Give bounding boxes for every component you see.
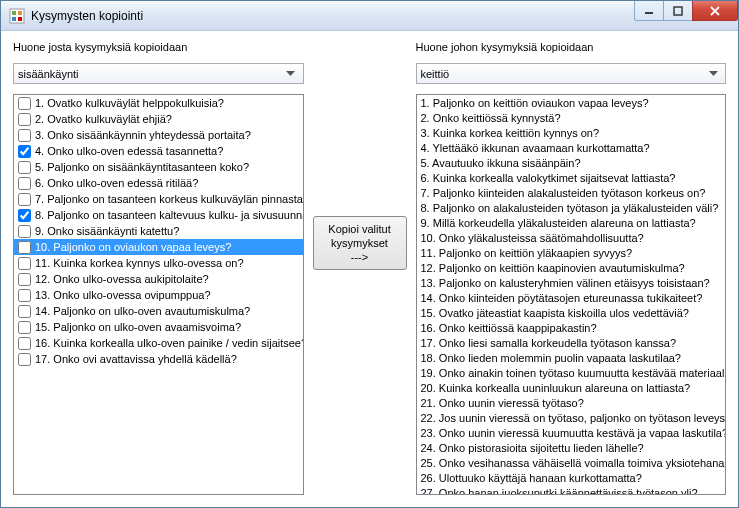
list-item[interactable]: 22. Jos uunin vieressä on työtaso, paljo…: [417, 410, 726, 425]
item-checkbox[interactable]: [18, 337, 31, 350]
list-item[interactable]: 4. Ylettääkö ikkunan avaamaan kurkottama…: [417, 140, 726, 155]
source-room-value: sisäänkäynti: [18, 68, 79, 80]
item-checkbox[interactable]: [18, 161, 31, 174]
list-item[interactable]: 12. Paljonko on keittiön kaapinovien ava…: [417, 260, 726, 275]
list-item[interactable]: 3. Onko sisäänkäynnin yhteydessä portait…: [14, 127, 303, 143]
list-item[interactable]: 13. Paljonko on kalusteryhmien välinen e…: [417, 275, 726, 290]
list-item[interactable]: 13. Onko ulko-ovessa ovipumppua?: [14, 287, 303, 303]
item-label: 5. Paljonko on sisäänkäyntitasanteen kok…: [35, 161, 249, 173]
list-item[interactable]: 21. Onko uunin vieressä työtaso?: [417, 395, 726, 410]
item-checkbox[interactable]: [18, 113, 31, 126]
list-item[interactable]: 10. Onko yläkalusteissa säätömahdollisuu…: [417, 230, 726, 245]
list-item[interactable]: 5. Avautuuko ikkuna sisäänpäin?: [417, 155, 726, 170]
list-item[interactable]: 16. Kuinka korkealla ulko-oven painike /…: [14, 335, 303, 351]
list-item[interactable]: 11. Paljonko on keittiön yläkaapien syvy…: [417, 245, 726, 260]
item-checkbox[interactable]: [18, 145, 31, 158]
copy-selected-button[interactable]: Kopioi valitut kysymykset --->: [313, 216, 407, 270]
target-column: Huone johon kysymyksiä kopioidaan keitti…: [416, 41, 727, 495]
list-item[interactable]: 10. Paljonko on oviaukon vapaa leveys?: [14, 239, 303, 255]
target-room-value: keittiö: [421, 68, 450, 80]
maximize-button[interactable]: [663, 1, 693, 21]
item-label: 10. Paljonko on oviaukon vapaa leveys?: [35, 241, 231, 253]
item-checkbox[interactable]: [18, 289, 31, 302]
list-item[interactable]: 7. Paljonko kiinteiden alakalusteiden ty…: [417, 185, 726, 200]
list-item[interactable]: 5. Paljonko on sisäänkäyntitasanteen kok…: [14, 159, 303, 175]
list-item[interactable]: 26. Ulottuuko käyttäjä hanaan kurkottama…: [417, 470, 726, 485]
item-checkbox[interactable]: [18, 225, 31, 238]
list-item[interactable]: 17. Onko ovi avattavissa yhdellä kädellä…: [14, 351, 303, 367]
list-item[interactable]: 15. Paljonko on ulko-oven avaamisvoima?: [14, 319, 303, 335]
list-item[interactable]: 8. Paljonko on tasanteen kaltevuus kulku…: [14, 207, 303, 223]
list-item[interactable]: 14. Paljonko on ulko-oven avautumiskulma…: [14, 303, 303, 319]
item-label: 17. Onko ovi avattavissa yhdellä kädellä…: [35, 353, 237, 365]
list-item[interactable]: 24. Onko pistorasioita sijoitettu lieden…: [417, 440, 726, 455]
list-item[interactable]: 2. Ovatko kulkuväylät ehjiä?: [14, 111, 303, 127]
item-checkbox[interactable]: [18, 257, 31, 270]
item-label: 1. Ovatko kulkuväylät helppokulkuisia?: [35, 97, 224, 109]
item-checkbox[interactable]: [18, 177, 31, 190]
list-item[interactable]: 16. Onko keittiössä kaappipakastin?: [417, 320, 726, 335]
list-item[interactable]: 1. Ovatko kulkuväylät helppokulkuisia?: [14, 95, 303, 111]
window-root: Kysymysten kopiointi Huone josta kysymyk…: [0, 0, 739, 508]
chevron-down-icon: [283, 66, 299, 82]
list-item[interactable]: 11. Kuinka korkea kynnys ulko-ovessa on?: [14, 255, 303, 271]
chevron-down-icon: [705, 66, 721, 82]
list-item[interactable]: 7. Paljonko on tasanteen korkeus kulkuvä…: [14, 191, 303, 207]
target-heading: Huone johon kysymyksiä kopioidaan: [416, 41, 727, 53]
list-item[interactable]: 9. Onko sisäänkäynti katettu?: [14, 223, 303, 239]
item-label: 4. Onko ulko-oven edessä tasannetta?: [35, 145, 223, 157]
item-checkbox[interactable]: [18, 129, 31, 142]
list-item[interactable]: 6. Kuinka korkealla valokytkimet sijaits…: [417, 170, 726, 185]
item-checkbox[interactable]: [18, 193, 31, 206]
source-listbox[interactable]: 1. Ovatko kulkuväylät helppokulkuisia?2.…: [13, 94, 304, 495]
content-area: Huone josta kysymyksiä kopioidaan sisään…: [1, 31, 738, 507]
source-room-combo[interactable]: sisäänkäynti: [13, 63, 304, 84]
target-room-combo[interactable]: keittiö: [416, 63, 727, 84]
list-item[interactable]: 25. Onko vesihanassa vähäisellä voimalla…: [417, 455, 726, 470]
list-item[interactable]: 27. Onko hanan juoksuputki käännettäviss…: [417, 485, 726, 494]
item-label: 15. Paljonko on ulko-oven avaamisvoima?: [35, 321, 241, 333]
source-heading: Huone josta kysymyksiä kopioidaan: [13, 41, 304, 53]
svg-rect-5: [645, 12, 653, 14]
list-item[interactable]: 14. Onko kiinteiden pöytätasojen etureun…: [417, 290, 726, 305]
svg-rect-4: [18, 17, 22, 21]
list-item[interactable]: 8. Paljonko on alakalusteiden työtason j…: [417, 200, 726, 215]
item-label: 8. Paljonko on tasanteen kaltevuus kulku…: [35, 209, 303, 221]
item-checkbox[interactable]: [18, 305, 31, 318]
list-item[interactable]: 18. Onko lieden molemmin puolin vapaata …: [417, 350, 726, 365]
item-checkbox[interactable]: [18, 273, 31, 286]
middle-column: Kopioi valitut kysymykset --->: [312, 41, 408, 495]
list-item[interactable]: 9. Millä korkeudella yläkalusteiden alar…: [417, 215, 726, 230]
item-checkbox[interactable]: [18, 209, 31, 222]
item-checkbox[interactable]: [18, 97, 31, 110]
item-label: 3. Onko sisäänkäynnin yhteydessä portait…: [35, 129, 251, 141]
list-item[interactable]: 23. Onko uunin vieressä kuumuutta kestäv…: [417, 425, 726, 440]
list-item[interactable]: 4. Onko ulko-oven edessä tasannetta?: [14, 143, 303, 159]
item-label: 13. Onko ulko-ovessa ovipumppua?: [35, 289, 211, 301]
list-item[interactable]: 6. Onko ulko-oven edessä ritilää?: [14, 175, 303, 191]
titlebar[interactable]: Kysymysten kopiointi: [1, 1, 738, 31]
close-button[interactable]: [692, 1, 738, 21]
item-label: 9. Onko sisäänkäynti katettu?: [35, 225, 179, 237]
list-item[interactable]: 17. Onko liesi samalla korkeudella työta…: [417, 335, 726, 350]
copy-button-line2: kysymykset: [331, 236, 388, 250]
item-label: 7. Paljonko on tasanteen korkeus kulkuvä…: [35, 193, 303, 205]
svg-rect-1: [12, 11, 16, 15]
list-item[interactable]: 20. Kuinka korkealla uuninluukun alareun…: [417, 380, 726, 395]
list-item[interactable]: 1. Paljonko on keittiön oviaukon vapaa l…: [417, 95, 726, 110]
list-item[interactable]: 2. Onko keittiössä kynnystä?: [417, 110, 726, 125]
window-buttons: [635, 1, 738, 21]
list-item[interactable]: 12. Onko ulko-ovessa aukipitolaite?: [14, 271, 303, 287]
item-label: 11. Kuinka korkea kynnys ulko-ovessa on?: [35, 257, 244, 269]
item-checkbox[interactable]: [18, 321, 31, 334]
list-item[interactable]: 15. Ovatko jäteastiat kaapista kiskoilla…: [417, 305, 726, 320]
copy-button-arrow: --->: [351, 250, 368, 264]
minimize-button[interactable]: [634, 1, 664, 21]
item-label: 14. Paljonko on ulko-oven avautumiskulma…: [35, 305, 250, 317]
target-listbox[interactable]: 1. Paljonko on keittiön oviaukon vapaa l…: [416, 94, 727, 495]
item-checkbox[interactable]: [18, 241, 31, 254]
list-item[interactable]: 3. Kuinka korkea keittiön kynnys on?: [417, 125, 726, 140]
item-checkbox[interactable]: [18, 353, 31, 366]
source-column: Huone josta kysymyksiä kopioidaan sisään…: [13, 41, 304, 495]
list-item[interactable]: 19. Onko ainakin toinen työtaso kuumuutt…: [417, 365, 726, 380]
